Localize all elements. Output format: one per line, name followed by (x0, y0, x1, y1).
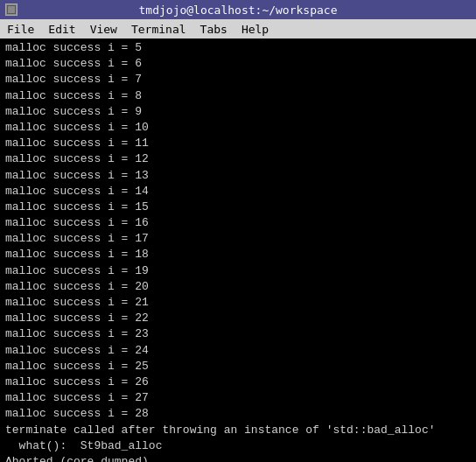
menu-bar: File Edit View Terminal Tabs Help (0, 19, 476, 38)
menu-tabs[interactable]: Tabs (197, 22, 231, 37)
menu-terminal[interactable]: Terminal (128, 22, 190, 37)
terminal-line: malloc success i = 22 (5, 311, 471, 326)
terminal-line: malloc success i = 17 (5, 231, 471, 247)
terminal-line: malloc success i = 21 (5, 295, 471, 311)
terminal-line: malloc success i = 15 (5, 200, 471, 215)
terminal-body[interactable]: malloc success i = 5malloc success i = 6… (0, 38, 476, 462)
terminal-line: malloc success i = 10 (5, 120, 471, 136)
terminal-line: malloc success i = 6 (5, 56, 471, 72)
menu-edit[interactable]: Edit (45, 22, 79, 37)
title-bar: tmdjojo@localhost:~/workspace (0, 0, 476, 19)
terminal-line: malloc success i = 18 (5, 247, 471, 262)
terminal-line: malloc success i = 24 (5, 343, 471, 359)
terminal-line: malloc success i = 28 (5, 406, 471, 422)
terminal-line: malloc success i = 11 (5, 136, 471, 151)
terminal-line: malloc success i = 9 (5, 104, 471, 120)
terminal-line: malloc success i = 13 (5, 168, 471, 184)
terminal-icon (5, 4, 18, 16)
terminal-line: malloc success i = 8 (5, 88, 471, 104)
svg-rect-1 (8, 6, 15, 13)
terminal-line: terminate called after throwing an insta… (5, 423, 471, 438)
terminal-line: malloc success i = 12 (5, 151, 471, 167)
menu-help[interactable]: Help (238, 22, 272, 37)
terminal-line: malloc success i = 5 (5, 40, 471, 56)
terminal-line: malloc success i = 7 (5, 72, 471, 88)
menu-file[interactable]: File (4, 22, 38, 37)
terminal-line: malloc success i = 23 (5, 326, 471, 342)
terminal-line: malloc success i = 16 (5, 215, 471, 231)
terminal-line: what(): St9bad_alloc (5, 438, 471, 454)
terminal-line: malloc success i = 19 (5, 263, 471, 279)
terminal-line: Aborted (core dumped) (5, 454, 471, 462)
terminal-line: malloc success i = 26 (5, 374, 471, 390)
window-title: tmdjojo@localhost:~/workspace (139, 4, 338, 17)
terminal-line: malloc success i = 25 (5, 359, 471, 374)
terminal-line: malloc success i = 14 (5, 184, 471, 200)
terminal-line: malloc success i = 20 (5, 279, 471, 295)
menu-view[interactable]: View (87, 22, 121, 37)
terminal-line: malloc success i = 27 (5, 390, 471, 406)
